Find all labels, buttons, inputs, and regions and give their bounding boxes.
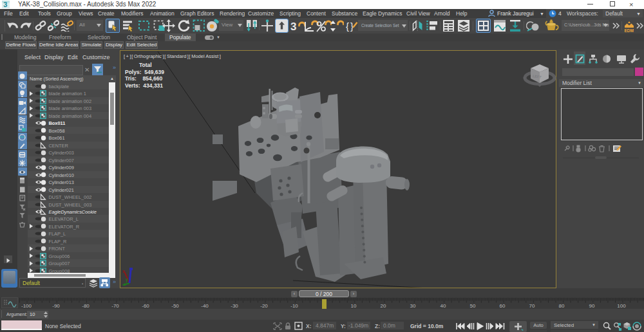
svg-text:}: } [350,21,354,32]
svg-text:y: y [126,277,128,282]
svg-text:3: 3 [3,1,7,8]
svg-text:x: x [122,269,125,273]
svg-text:3: 3 [290,21,296,32]
svg-text:EDM: EDM [625,28,634,33]
svg-text:{: { [346,21,349,32]
